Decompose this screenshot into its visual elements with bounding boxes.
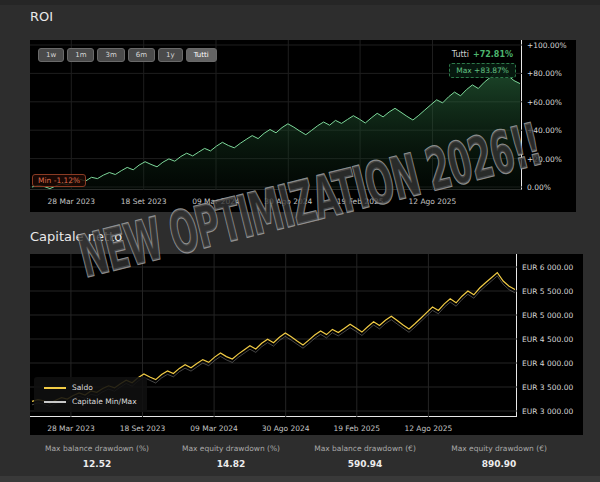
stat-box: Max equity drawdown (€)890.90 <box>432 444 566 469</box>
stat-label: Max balance drawdown (€) <box>298 444 432 453</box>
stat-value: 14.82 <box>164 459 298 469</box>
equity-y-tick-label: EUR 4 500.00 <box>522 335 573 344</box>
legend-label: Saldo <box>72 383 93 392</box>
roi-section-title: ROI <box>30 9 53 24</box>
roi-x-tick-label: 12 Ago 2025 <box>409 197 457 206</box>
roi-chart-svg <box>30 40 522 190</box>
roi-chart: 1w1m3m6m1yTutti Tutti+72.81% Max +83.87%… <box>30 40 576 212</box>
stat-label: Max balance drawdown (%) <box>30 444 164 453</box>
footer-band <box>0 476 600 482</box>
equity-y-tick-label: EUR 3 500.00 <box>522 383 573 392</box>
range-button-tutti[interactable]: Tutti <box>186 48 217 62</box>
roi-y-tick-label: 0.00% <box>527 183 551 192</box>
stat-label: Max equity drawdown (%) <box>164 444 298 453</box>
stat-value: 12.52 <box>30 459 164 469</box>
stat-box: Max balance drawdown (%)12.52 <box>30 444 164 469</box>
equity-section-title: Capitale netto <box>30 229 122 244</box>
equity-y-tick-label: EUR 5 500.00 <box>522 287 573 296</box>
stat-label: Max equity drawdown (€) <box>432 444 566 453</box>
range-button-1m[interactable]: 1m <box>67 48 94 62</box>
equity-x-axis: 28 Mar 202318 Set 202309 Mar 202430 Ago … <box>30 419 517 435</box>
equity-y-tick-label: EUR 5 000.00 <box>522 311 573 320</box>
stat-value: 590.94 <box>298 459 432 469</box>
equity-x-tick-label: 09 Mar 2024 <box>190 424 238 433</box>
roi-total: Tutti+72.81% <box>452 50 513 59</box>
roi-y-tick-label: +40.00% <box>527 126 562 135</box>
stat-box: Max balance drawdown (€)590.94 <box>298 444 432 469</box>
roi-x-tick-label: 19 Feb 2025 <box>337 197 384 206</box>
equity-x-tick-label: 18 Set 2023 <box>120 424 166 433</box>
equity-y-tick-label: EUR 4 000.00 <box>522 359 573 368</box>
range-button-1y[interactable]: 1y <box>158 48 183 62</box>
legend-label: Capitale Min/Max <box>72 397 137 406</box>
drawdown-stats-row: Max balance drawdown (%)12.52Max equity … <box>30 444 566 469</box>
roi-max-badge: Max +83.87% <box>449 63 516 78</box>
range-button-1w[interactable]: 1w <box>38 48 64 62</box>
roi-y-tick-label: +60.00% <box>527 97 562 106</box>
roi-x-tick-label: 28 Mar 2023 <box>48 197 96 206</box>
roi-y-tick-label: +20.00% <box>527 154 562 163</box>
range-button-6m[interactable]: 6m <box>128 48 155 62</box>
roi-min-badge: Min -1.12% <box>32 174 86 187</box>
equity-y-axis: EUR 6 000.00EUR 5 500.00EUR 5 000.00EUR … <box>522 254 582 435</box>
roi-x-axis: 28 Mar 202318 Set 202309 Mar 202430 Ago … <box>30 192 522 210</box>
equity-y-tick-label: EUR 6 000.00 <box>522 263 573 272</box>
roi-x-tick-label: 09 Mar 2024 <box>192 197 240 206</box>
roi-x-tick-label: 30 Ago 2024 <box>264 197 312 206</box>
equity-x-tick-label: 30 Ago 2024 <box>262 424 310 433</box>
roi-x-tick-label: 18 Set 2023 <box>121 197 167 206</box>
roi-total-value: +72.81% <box>473 50 513 59</box>
roi-y-axis: +100.00%+80.00%+60.00%+40.00%+20.00%0.00… <box>527 40 575 212</box>
stat-box: Max equity drawdown (%)14.82 <box>164 444 298 469</box>
legend-item: Capitale Min/Max <box>44 397 137 406</box>
equity-x-tick-label: 12 Ago 2025 <box>404 424 452 433</box>
equity-x-tick-label: 19 Feb 2025 <box>333 424 380 433</box>
roi-total-label: Tutti <box>452 50 469 59</box>
equity-y-tick-label: EUR 3 000.00 <box>522 407 573 416</box>
equity-chart-canvas[interactable]: SaldoCapitale Min/Max <box>30 254 517 417</box>
legend-line-swatch <box>44 387 66 389</box>
range-button-3m[interactable]: 3m <box>97 48 124 62</box>
legend-item: Saldo <box>44 383 137 392</box>
roi-chart-canvas[interactable]: 1w1m3m6m1yTutti Tutti+72.81% Max +83.87%… <box>30 40 522 190</box>
roi-y-tick-label: +100.00% <box>527 41 567 50</box>
equity-x-tick-label: 28 Mar 2023 <box>47 424 95 433</box>
stat-value: 890.90 <box>432 459 566 469</box>
roi-y-tick-label: +80.00% <box>527 69 562 78</box>
legend-line-swatch <box>44 401 66 403</box>
range-buttons: 1w1m3m6m1yTutti <box>38 48 217 62</box>
equity-chart: SaldoCapitale Min/Max EUR 6 000.00EUR 5 … <box>30 254 583 435</box>
equity-legend: SaldoCapitale Min/Max <box>34 377 147 412</box>
top-band <box>0 0 600 5</box>
